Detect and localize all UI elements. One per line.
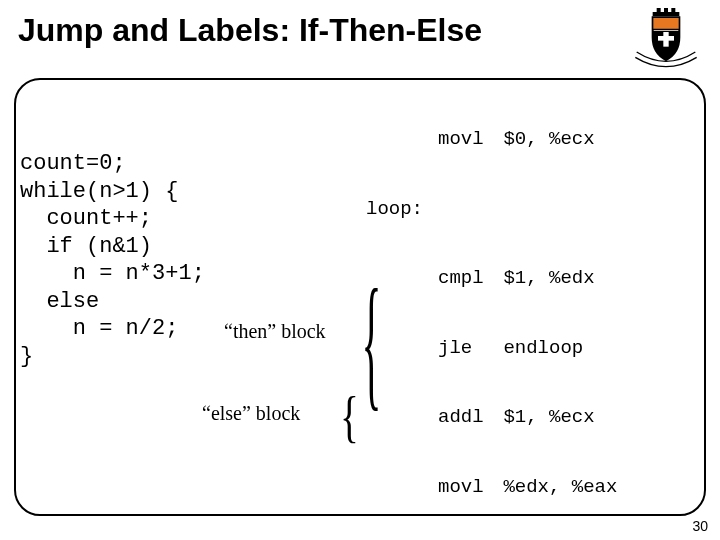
asm-line: cmpl $1, %edx bbox=[366, 267, 698, 290]
c-code-block: count=0; while(n>1) { count++; if (n&1) … bbox=[20, 150, 205, 370]
else-block-annotation: “else” block bbox=[202, 402, 300, 425]
slide-title: Jump and Labels: If-Then-Else bbox=[18, 12, 482, 49]
asm-line: jle endloop bbox=[366, 337, 698, 360]
content-frame: count=0; while(n>1) { count++; if (n&1) … bbox=[14, 78, 706, 516]
svg-rect-3 bbox=[664, 8, 668, 16]
svg-rect-5 bbox=[658, 36, 674, 41]
asm-line: movl %edx, %eax bbox=[366, 476, 698, 499]
asm-code-block: movl $0, %ecx loop: cmpl $1, %edx jle en… bbox=[366, 82, 698, 540]
slide: Jump and Labels: If-Then-Else count=0; w… bbox=[0, 0, 720, 540]
svg-rect-1 bbox=[657, 8, 661, 16]
asm-line: addl $1, %ecx bbox=[366, 406, 698, 429]
then-block-annotation: “then” block bbox=[224, 320, 326, 343]
asm-label-loop: loop: bbox=[366, 198, 698, 221]
asm-line: movl $0, %ecx bbox=[366, 128, 698, 151]
else-brace-icon: { bbox=[340, 398, 359, 437]
title-row: Jump and Labels: If-Then-Else bbox=[18, 10, 702, 68]
svg-rect-2 bbox=[671, 8, 675, 16]
princeton-shield-icon bbox=[630, 8, 702, 68]
page-number: 30 bbox=[692, 518, 708, 534]
